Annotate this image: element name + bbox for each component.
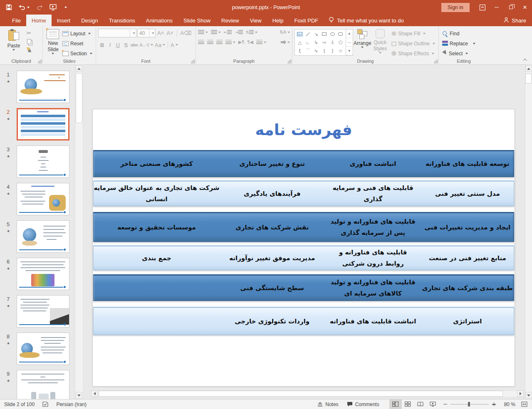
align-right-icon[interactable] — [216, 40, 223, 45]
slide-title[interactable]: فهرست نامه — [93, 109, 515, 150]
find-button[interactable]: Find — [441, 30, 477, 38]
toc-cell[interactable]: استراتژی — [421, 316, 514, 327]
reset-button[interactable]: Reset — [61, 39, 94, 48]
toc-cell[interactable]: سطح شایستگی فنی — [220, 283, 325, 294]
rectangle-shape-icon[interactable] — [322, 32, 327, 36]
language-indicator[interactable]: Persian (Iran) — [56, 402, 87, 407]
toc-cell[interactable]: جمع بندی — [94, 253, 220, 264]
slide-thumbnail[interactable] — [17, 71, 69, 103]
zoom-out-button[interactable] — [439, 399, 447, 409]
tab-file[interactable]: File — [7, 15, 26, 26]
tab-design[interactable]: Design — [76, 15, 103, 26]
shape-fill-button[interactable]: Shape Fill — [390, 30, 436, 38]
tab-slide-show[interactable]: Slide Show — [178, 15, 216, 26]
slide-thumbnail-selected[interactable] — [17, 108, 69, 140]
slide-thumbnail[interactable] — [17, 145, 69, 178]
fit-slide-to-window-icon[interactable] — [518, 399, 530, 409]
columns-icon[interactable] — [256, 40, 266, 45]
slide-thumbnail[interactable] — [17, 333, 69, 365]
thumbnails-scroll-up-icon[interactable] — [76, 65, 82, 72]
tab-foxit-pdf[interactable]: Foxit PDF — [289, 15, 324, 26]
tab-insert[interactable]: Insert — [52, 15, 76, 26]
arrange-button[interactable]: Arrange — [353, 28, 372, 58]
toc-cell[interactable]: انباشت قابلیت های فناورانه — [325, 316, 421, 327]
quick-styles-button[interactable]: Quick Styles — [372, 28, 388, 58]
triangle-shape-icon[interactable]: △ — [298, 40, 302, 45]
paragraph-dialog-launcher[interactable] — [287, 59, 291, 63]
oval-shape-icon[interactable] — [330, 32, 335, 36]
comments-button[interactable]: Comments — [343, 399, 384, 409]
elbow-arrow-connector-icon[interactable]: ↳ — [314, 40, 318, 45]
tab-home[interactable]: Home — [26, 15, 52, 26]
accessibility-checker-icon[interactable] — [42, 401, 49, 407]
text-box-shape-icon[interactable]: A≡ — [297, 32, 302, 36]
strikethrough-button[interactable]: abc — [130, 41, 139, 49]
underline-button[interactable]: U — [114, 41, 122, 49]
layout-button[interactable]: Layout — [61, 30, 94, 38]
toc-cell[interactable]: قابلیت های فناورانه و تولید پس از سرمایه… — [325, 216, 421, 239]
slide-sorter-view-button[interactable] — [402, 399, 414, 409]
toc-cell[interactable]: کشورهای صنعتی متاخر — [94, 158, 220, 170]
shape-effects-button[interactable]: Shape Effects — [390, 49, 436, 58]
tab-animations[interactable]: Animations — [141, 15, 178, 26]
copy-icon[interactable] — [25, 38, 32, 45]
shapes-more-icon[interactable]: ▼ — [346, 47, 353, 55]
format-painter-icon[interactable] — [25, 46, 32, 53]
font-size-combo[interactable]: 40 — [137, 29, 156, 37]
share-button[interactable]: Share — [503, 15, 526, 26]
canvas-scroll-left-icon[interactable] — [91, 390, 98, 397]
freeform-shape-icon[interactable]: ⬠ — [339, 40, 343, 45]
change-case-button[interactable]: Aa — [154, 41, 166, 49]
minimize-button[interactable] — [490, 0, 504, 15]
save-icon[interactable] — [6, 4, 12, 10]
canvas-scroll-right-icon[interactable] — [517, 390, 524, 397]
toc-cell[interactable]: طبقه بندی شرکت های تجاری — [421, 283, 514, 294]
paste-button[interactable]: Paste — [2, 28, 25, 58]
tab-transitions[interactable]: Transitions — [104, 15, 141, 26]
toc-cell[interactable]: انباشت فناوری — [325, 158, 421, 170]
zoom-slider[interactable] — [450, 404, 489, 404]
rounded-rectangle-shape-icon[interactable] — [338, 32, 343, 36]
line-spacing-icon[interactable]: ⇅ — [246, 30, 257, 35]
text-direction-icon[interactable]: ⇅A — [279, 30, 290, 35]
notes-button[interactable]: Notes — [313, 399, 342, 409]
collapse-ribbon-icon[interactable] — [522, 57, 529, 63]
shape-outline-button[interactable]: Shape Outline — [390, 39, 436, 48]
decrease-indent-icon[interactable]: ⇤ — [224, 30, 232, 35]
toc-cell[interactable]: تنوع و تغییر ساختاری — [220, 158, 325, 170]
toc-cell[interactable]: ایجاد و مدیریت تغییرات فنی — [421, 222, 514, 233]
shape-gallery[interactable]: A≡ ↘ △ ∟ ↳ ⇨ ⇩ ⬠ ξ ⌒ ∿ { } ☆ ▲ — [294, 29, 353, 56]
justify-icon[interactable] — [225, 40, 235, 45]
slide-show-button[interactable] — [427, 399, 439, 409]
decrease-font-size-icon[interactable]: A˅ — [166, 29, 174, 37]
toc-cell[interactable]: مدل سنتی تغییر فنی — [421, 188, 514, 200]
slide-indicator[interactable]: Slide 2 of 100 — [4, 402, 35, 407]
tell-me-box[interactable]: Tell me what you want to do — [324, 15, 408, 26]
line-shape-icon[interactable] — [306, 32, 310, 36]
increase-font-size-icon[interactable]: A˄ — [156, 29, 165, 37]
toc-cell[interactable]: مدیریت موفق تغییر نوآورانه — [220, 253, 325, 264]
sign-in-button[interactable]: Sign in — [441, 3, 470, 12]
character-spacing-button[interactable]: A↔V — [139, 41, 154, 49]
thumbnails-scrollbar-thumb[interactable] — [76, 73, 82, 123]
clipboard-dialog-launcher[interactable] — [38, 59, 42, 63]
tab-view[interactable]: View — [245, 15, 267, 26]
curve-shape-icon[interactable]: ∿ — [314, 49, 318, 53]
tab-help[interactable]: Help — [267, 15, 289, 26]
numbering-icon[interactable] — [211, 30, 221, 35]
font-name-combo[interactable] — [98, 29, 136, 37]
section-button[interactable]: Section — [61, 49, 94, 58]
cut-icon[interactable]: ✂ — [25, 30, 32, 37]
slide-thumbnail[interactable] — [17, 370, 69, 399]
canvas-scroll-up-icon[interactable] — [525, 65, 532, 72]
toc-cell[interactable]: موسسات تحقیق و توسعه — [94, 222, 220, 233]
normal-view-button[interactable] — [389, 399, 402, 409]
slide-thumbnail[interactable] — [17, 220, 69, 253]
replace-button[interactable]: Replace — [441, 39, 477, 48]
increase-indent-icon[interactable]: ⇥ — [235, 30, 242, 35]
right-brace-shape-icon[interactable]: } — [332, 49, 333, 53]
star-shape-icon[interactable]: ☆ — [339, 49, 343, 53]
zoom-in-button[interactable] — [492, 399, 500, 409]
clear-formatting-icon[interactable]: A⌫ — [180, 29, 193, 37]
new-slide-button[interactable]: New Slide — [45, 28, 61, 58]
